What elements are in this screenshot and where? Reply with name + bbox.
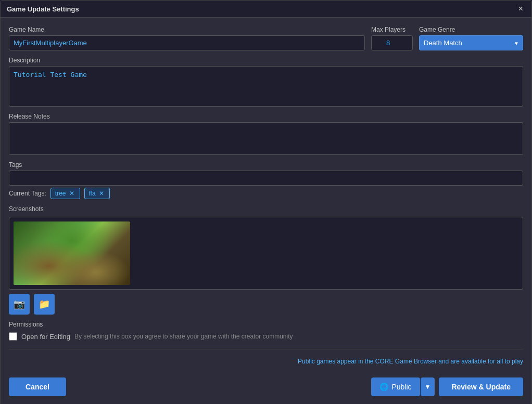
genre-select[interactable]: Death Match Battle Royale Co-op Racing O… [419,35,523,50]
browse-screenshot-button[interactable]: 📁 [34,294,55,315]
game-name-label: Game Name [9,26,365,33]
genre-label: Game Genre [419,26,523,33]
title-bar: Game Update Settings × [1,1,531,18]
screenshots-area [9,217,523,290]
dialog-content: Game Name Max Players Game Genre Death M… [1,18,531,373]
public-button-group: 🌐 Public ▼ [371,377,435,396]
tag-ffa-remove[interactable]: ✕ [98,190,105,197]
open-editing-row: Open for Editing By selecting this box y… [9,332,523,341]
screenshot-image-0 [14,221,130,285]
public-notice: Public games appear in the CORE Game Bro… [9,358,523,365]
release-notes-textarea[interactable] [9,122,523,155]
description-group: Description Tutorial Test Game [9,57,523,107]
close-button[interactable]: × [516,5,525,13]
public-label: Public [391,383,411,391]
tags-input[interactable] [9,171,523,186]
screenshots-label: Screenshots [9,205,523,213]
divider [9,349,523,349]
cancel-button[interactable]: Cancel [9,377,66,396]
current-tags-label: Current Tags: [9,190,46,197]
review-update-button[interactable]: Review & Update [439,377,523,396]
game-update-dialog: Game Update Settings × Game Name Max Pla… [0,0,532,404]
release-notes-label: Release Notes [9,113,523,120]
game-name-input[interactable] [9,35,365,50]
tag-chip-ffa: ffa ✕ [84,188,110,199]
genre-group: Game Genre Death Match Battle Royale Co-… [419,26,523,50]
max-players-label: Max Players [371,26,413,33]
public-dropdown-button[interactable]: ▼ [421,377,435,396]
folder-icon: 📁 [39,298,50,310]
tags-label: Tags [9,161,523,168]
tags-group: Tags Current Tags: tree ✕ ffa ✕ [9,161,523,199]
right-footer: 🌐 Public ▼ Review & Update [371,377,523,396]
public-button[interactable]: 🌐 Public [371,377,420,396]
permissions-label: Permissions [9,321,523,328]
open-editing-checkbox[interactable] [9,332,17,341]
camera-icon: 📷 [14,298,25,310]
tag-tree-remove[interactable]: ✕ [68,190,75,197]
current-tags-row: Current Tags: tree ✕ ffa ✕ [9,188,523,199]
release-notes-group: Release Notes [9,113,523,155]
globe-icon: 🌐 [379,383,388,391]
permissions-section: Permissions Open for Editing By selectin… [9,321,523,341]
genre-select-wrapper: Death Match Battle Royale Co-op Racing O… [419,35,523,50]
dialog-title: Game Update Settings [7,5,79,13]
game-name-group: Game Name [9,26,365,50]
description-label: Description [9,57,523,64]
footer: Cancel 🌐 Public ▼ Review & Update [1,373,531,404]
screenshot-buttons: 📷 📁 [9,294,523,315]
tag-ffa-label: ffa [89,190,96,197]
top-fields-row: Game Name Max Players Game Genre Death M… [9,26,523,50]
tag-chip-tree: tree ✕ [50,188,80,199]
take-screenshot-button[interactable]: 📷 [9,294,30,315]
tag-tree-label: tree [55,190,66,197]
description-textarea[interactable]: Tutorial Test Game [9,66,523,107]
open-editing-label: Open for Editing [21,333,70,341]
screenshots-section: Screenshots 📷 📁 [9,205,523,315]
max-players-input[interactable] [371,35,413,50]
max-players-group: Max Players [371,26,413,50]
open-editing-desc: By selecting this box you agree to share… [74,333,293,340]
